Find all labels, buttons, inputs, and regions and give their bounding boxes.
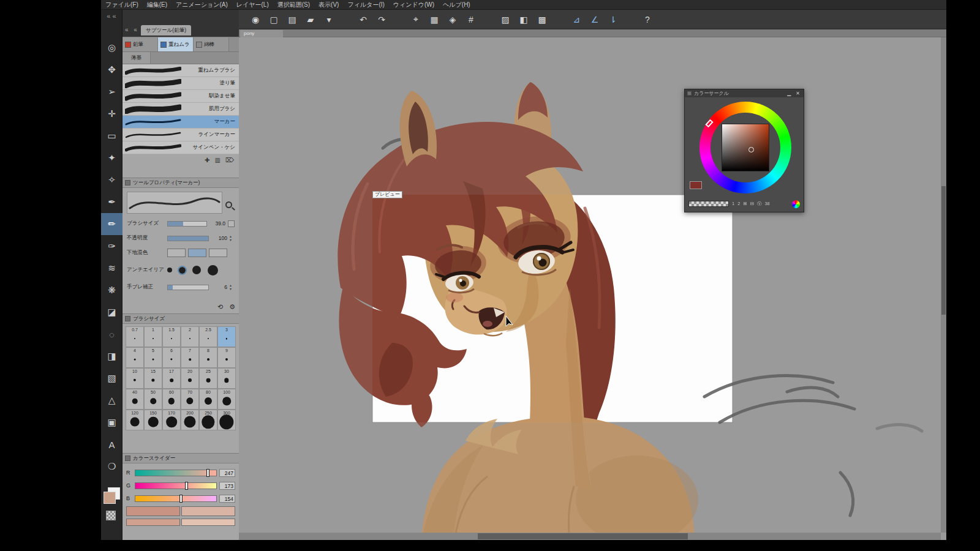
brush-size-cell-1[interactable]: 1	[144, 326, 162, 347]
brush-size-cell-25[interactable]: 25	[199, 368, 217, 389]
brush-size-cell-200[interactable]: 200	[181, 410, 199, 430]
tab-usuzumi[interactable]: 薄墨	[123, 52, 151, 64]
brush-size-cell-300[interactable]: 300	[217, 410, 236, 430]
tool-property-footer-icon-1[interactable]: ⚙	[229, 303, 235, 311]
new-file-icon[interactable]: ▢	[266, 12, 282, 27]
subtool-group-tab-2[interactable]: 綿棒	[194, 37, 229, 51]
balloon-tool[interactable]: ❍	[101, 455, 123, 478]
redo-icon[interactable]: ↷	[374, 12, 390, 27]
menu-item-3[interactable]: レイヤー(L)	[232, 0, 273, 10]
channel-slider-B[interactable]	[135, 495, 217, 502]
brush-size-unit-button[interactable]	[228, 220, 235, 227]
airbrush-tool[interactable]: ≋	[101, 257, 123, 279]
menu-item-1[interactable]: 編集(E)	[143, 0, 172, 10]
antialias-strong[interactable]	[208, 265, 218, 276]
brush-size-cell-8[interactable]: 8	[199, 347, 217, 368]
menu-item-5[interactable]: 表示(V)	[314, 0, 343, 10]
grid-icon[interactable]: ▩	[534, 12, 550, 27]
help-icon[interactable]: ?	[639, 12, 655, 27]
brush-size-cell-250[interactable]: 250	[199, 410, 217, 430]
color-wheel-footer-icon-4[interactable]: Ⓥ	[757, 201, 762, 207]
figure-tool[interactable]: △	[101, 389, 123, 411]
color-swatch[interactable]	[126, 506, 180, 516]
menu-item-7[interactable]: ウィンドウ(W)	[389, 0, 439, 10]
brush-size-cell-10[interactable]: 10	[126, 368, 144, 389]
undo-icon[interactable]: ↶	[355, 12, 371, 27]
antialias-none[interactable]	[167, 268, 172, 272]
brush-tool[interactable]: ✑	[101, 235, 123, 257]
stabilize-spinner[interactable]: ▴▾	[230, 283, 235, 291]
channel-slider-R[interactable]	[135, 470, 217, 476]
subtool-group-tab-1[interactable]: 重ねムラ	[158, 37, 194, 51]
menu-item-0[interactable]: ファイル(F)	[101, 0, 143, 10]
text-tool[interactable]: A	[101, 433, 123, 455]
snap-special-ruler-icon[interactable]: ∠	[587, 12, 603, 27]
brush-list-item[interactable]: サインペン・ケシ	[123, 141, 239, 154]
layer-move-tool[interactable]: ✛	[101, 103, 123, 125]
brush-list-item[interactable]: 肌用ブラシ	[123, 103, 239, 116]
horizontal-scrollbar[interactable]	[239, 533, 941, 540]
antialias-weak[interactable]	[179, 267, 186, 274]
brush-list-footer-icon-1[interactable]: ▥	[214, 157, 220, 163]
brush-size-cell-9[interactable]: 9	[217, 347, 236, 368]
document-tab[interactable]: pony	[240, 30, 283, 37]
saturation-value-square[interactable]	[722, 124, 769, 171]
channel-value-R[interactable]: 247	[219, 469, 235, 477]
blend-option-2[interactable]	[188, 249, 206, 257]
color-wheel-footer-icon-1[interactable]: 2	[737, 201, 740, 207]
menu-item-2[interactable]: アニメーション(A)	[172, 0, 232, 10]
blend-option-3[interactable]	[209, 249, 227, 257]
brush-size-cell-150[interactable]: 150	[144, 410, 162, 430]
horizontal-scrollbar-thumb[interactable]	[478, 533, 688, 539]
color-swatch[interactable]	[126, 519, 180, 526]
blend-option-1[interactable]	[167, 249, 186, 257]
brush-list-item[interactable]: 馴染ませ筆	[123, 90, 239, 103]
opacity-slider[interactable]	[167, 236, 209, 241]
tool-strip-collapse[interactable]: « «	[101, 10, 122, 22]
brush-size-cell-6[interactable]: 6	[162, 347, 181, 368]
snap-guide-icon[interactable]: ⇂	[605, 12, 621, 27]
channel-value-B[interactable]: 154	[219, 495, 235, 503]
eyedropper-tool[interactable]: ✧	[101, 169, 123, 191]
color-wheel-footer-icon-0[interactable]: 1	[732, 201, 734, 207]
eraser-tool[interactable]: ◪	[101, 301, 123, 323]
blend-tool[interactable]: ◌	[101, 323, 123, 345]
select-area-icon[interactable]: ▦	[426, 12, 442, 27]
operation-tool[interactable]: ➢	[101, 81, 123, 103]
brush-size-cell-70[interactable]: 70	[181, 389, 199, 410]
minimize-icon[interactable]: ▁	[786, 91, 792, 96]
gradient-tool[interactable]: ▧	[101, 367, 123, 389]
brush-size-cell-30[interactable]: 30	[217, 368, 236, 389]
brush-size-cell-20[interactable]: 20	[181, 368, 199, 389]
stabilize-slider[interactable]	[167, 285, 209, 290]
app-logo-icon[interactable]: ◉	[247, 12, 263, 27]
clear-selection-icon[interactable]: ◈	[445, 12, 461, 27]
subtool-group-tab-0[interactable]: 鉛筆	[123, 37, 158, 51]
antialias-middle[interactable]	[192, 266, 201, 274]
brush-size-cell-5[interactable]: 5	[144, 347, 162, 368]
brush-list-item[interactable]: 塗り筆	[123, 77, 239, 90]
menu-item-6[interactable]: フィルター(I)	[343, 0, 388, 10]
brush-size-cell-17[interactable]: 17	[162, 368, 181, 389]
transform-icon[interactable]: #	[463, 12, 479, 27]
rainbow-mode-icon[interactable]	[792, 200, 800, 208]
save-options-icon[interactable]: ▾	[321, 12, 337, 27]
color-wheel-footer-icon-2[interactable]: ⊞	[743, 201, 747, 207]
selection-fill-icon[interactable]: ◧	[516, 12, 532, 27]
open-file-icon[interactable]: ▤	[284, 12, 300, 27]
pencil-tool[interactable]: ✏	[101, 213, 123, 235]
opacity-value[interactable]: 100	[211, 235, 227, 241]
brush-size-cell-80[interactable]: 80	[199, 389, 217, 410]
brush-size-cell-40[interactable]: 40	[126, 389, 144, 410]
color-swatch[interactable]	[181, 506, 235, 516]
color-wheel-footer-icon-3[interactable]: ⊟	[750, 201, 754, 207]
brush-size-cell-120[interactable]: 120	[126, 410, 144, 430]
auto-select-tool[interactable]: ✦	[101, 147, 123, 169]
stabilize-value[interactable]: 6	[211, 284, 227, 290]
close-icon[interactable]: ✕	[794, 91, 801, 96]
color-swatch[interactable]	[181, 519, 235, 526]
transparent-color-chip[interactable]	[106, 511, 116, 520]
zoom-tool[interactable]: ◎	[101, 37, 123, 59]
color-wheel-footer-icon-5[interactable]: 38	[764, 201, 769, 207]
selection-border-icon[interactable]: ▨	[497, 12, 513, 27]
